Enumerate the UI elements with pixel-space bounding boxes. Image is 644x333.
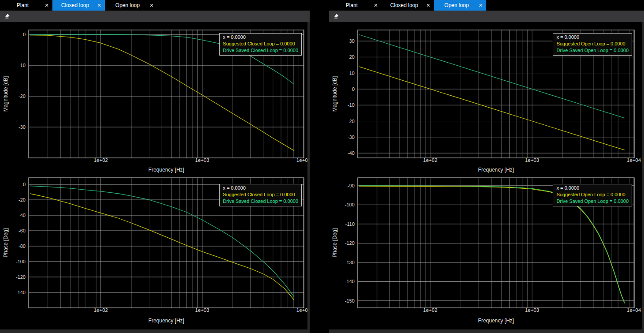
svg-text:Frequency [Hz]: Frequency [Hz] [478, 167, 514, 173]
svg-text:0: 0 [23, 182, 26, 187]
legend-cursor-x: x = 0.0000 [223, 185, 298, 191]
svg-text:-30: -30 [348, 135, 355, 140]
svg-text:-130: -130 [345, 260, 355, 265]
cursor-legend: x = 0.0000Suggested Closed Loop = 0.0000… [219, 33, 302, 56]
svg-text:Phase [Deg]: Phase [Deg] [332, 228, 338, 257]
tab-bar: Plant✕Closed loop✕Open loop✕ [329, 0, 644, 11]
legend-entry: Drive Saved Open Loop = 0.0000 [556, 47, 629, 54]
chart-area: 0-10-20-301e+021e+031e+04Frequency [Hz]M… [0, 0, 310, 333]
svg-text:0: 0 [352, 86, 355, 92]
tab-label: Closed loop [381, 2, 422, 8]
tab-bar: Plant✕Closed loop✕Open loop✕ [0, 0, 310, 11]
svg-text:1e+03: 1e+03 [525, 307, 539, 313]
status-bar [0, 329, 310, 333]
magnitude-chart[interactable]: 3020100-10-20-30-401e+021e+031e+04Freque… [329, 22, 644, 176]
svg-text:1e+02: 1e+02 [94, 157, 108, 163]
phase-chart[interactable]: -90-100-110-120-130-140-1501e+021e+031e+… [329, 176, 644, 329]
svg-text:-110: -110 [345, 221, 355, 227]
legend-cursor-x: x = 0.0000 [556, 185, 629, 191]
window-edge [307, 0, 310, 333]
svg-text:-10: -10 [348, 102, 355, 108]
svg-text:-150: -150 [345, 298, 355, 303]
svg-text:1e+04: 1e+04 [627, 157, 641, 163]
close-icon[interactable]: ✕ [370, 3, 381, 8]
legend-entry: Drive Saved Closed Loop = 0.0000 [223, 47, 298, 54]
svg-text:-20: -20 [19, 197, 26, 202]
legend-entry: Suggested Open Loop = 0.0000 [556, 191, 629, 198]
svg-text:1e+02: 1e+02 [94, 307, 108, 313]
svg-text:-20: -20 [19, 94, 26, 99]
svg-text:10: 10 [349, 71, 355, 76]
svg-text:Frequency [Hz]: Frequency [Hz] [148, 167, 184, 173]
open-loop-window: Plant✕Closed loop✕Open loop✕ 3020100-10-… [329, 0, 644, 333]
close-icon[interactable]: ✕ [475, 3, 486, 8]
svg-text:-10: -10 [19, 63, 26, 68]
svg-text:-140: -140 [16, 290, 26, 295]
svg-text:-20: -20 [348, 119, 355, 124]
cursor-legend: x = 0.0000Suggested Open Loop = 0.0000Dr… [553, 184, 632, 206]
tab-open-loop[interactable]: Open loop✕ [434, 0, 486, 11]
tab-label: Open loop [105, 2, 146, 8]
phase-chart[interactable]: 0-20-40-60-80-100-120-1401e+021e+031e+04… [0, 176, 310, 329]
tab-label: Plant [0, 2, 41, 8]
cursor-legend: x = 0.0000Suggested Closed Loop = 0.0000… [219, 184, 302, 206]
svg-text:Magnitude [dB]: Magnitude [dB] [332, 76, 338, 112]
tab-closed-loop[interactable]: Closed loop✕ [381, 0, 434, 11]
svg-text:-120: -120 [345, 240, 355, 246]
svg-text:1e+04: 1e+04 [627, 307, 641, 313]
svg-text:1e+02: 1e+02 [423, 307, 437, 313]
svg-text:Frequency [Hz]: Frequency [Hz] [148, 318, 184, 324]
legend-entry: Drive Saved Closed Loop = 0.0000 [223, 198, 298, 205]
svg-text:-40: -40 [348, 150, 355, 156]
svg-text:30: 30 [349, 38, 355, 44]
legend-entry: Suggested Closed Loop = 0.0000 [223, 41, 298, 47]
tab-label: Open loop [434, 2, 475, 8]
close-icon[interactable]: ✕ [422, 3, 434, 8]
svg-text:1e+03: 1e+03 [525, 157, 539, 163]
tab-plant[interactable]: Plant✕ [0, 0, 52, 11]
closed-loop-window: Plant✕Closed loop✕Open loop✕ 0-10-20-301… [0, 0, 310, 333]
svg-text:Frequency [Hz]: Frequency [Hz] [478, 318, 514, 324]
close-icon[interactable]: ✕ [41, 3, 52, 8]
magnitude-chart[interactable]: 0-10-20-301e+021e+031e+04Frequency [Hz]M… [0, 22, 310, 176]
tab-closed-loop[interactable]: Closed loop✕ [52, 0, 105, 11]
legend-entry: Drive Saved Open Loop = 0.0000 [556, 198, 629, 205]
tab-label: Plant [329, 2, 370, 8]
window-edge [642, 0, 644, 333]
legend-entry: Suggested Open Loop = 0.0000 [556, 41, 629, 47]
close-icon[interactable]: ✕ [146, 3, 157, 8]
legend-cursor-x: x = 0.0000 [556, 34, 629, 41]
svg-text:0: 0 [23, 32, 26, 37]
svg-text:1e+02: 1e+02 [423, 157, 437, 163]
toolbar [329, 11, 644, 22]
svg-text:-100: -100 [16, 259, 26, 264]
chart-area: 3020100-10-20-30-401e+021e+031e+04Freque… [329, 0, 644, 333]
cursor-legend: x = 0.0000Suggested Open Loop = 0.0000Dr… [553, 33, 632, 56]
tab-plant[interactable]: Plant✕ [329, 0, 381, 11]
svg-text:-80: -80 [19, 243, 26, 249]
eraser-icon[interactable] [4, 12, 11, 21]
svg-text:-60: -60 [19, 228, 26, 233]
legend-cursor-x: x = 0.0000 [223, 34, 298, 41]
svg-text:Phase [Deg]: Phase [Deg] [3, 228, 9, 257]
svg-text:-120: -120 [16, 274, 26, 280]
svg-text:-100: -100 [345, 202, 355, 207]
svg-text:-140: -140 [345, 279, 355, 284]
svg-text:Magnitude [dB]: Magnitude [dB] [3, 76, 9, 112]
eraser-icon[interactable] [333, 12, 340, 21]
svg-text:20: 20 [349, 54, 355, 60]
svg-text:-90: -90 [348, 183, 355, 188]
svg-text:-40: -40 [19, 213, 26, 218]
svg-text:-30: -30 [19, 124, 26, 130]
svg-text:1e+03: 1e+03 [195, 157, 209, 163]
close-icon[interactable]: ✕ [93, 3, 105, 8]
svg-text:1e+03: 1e+03 [195, 307, 209, 313]
status-bar [329, 329, 644, 333]
tab-open-loop[interactable]: Open loop✕ [105, 0, 157, 11]
toolbar [0, 11, 310, 22]
legend-entry: Suggested Closed Loop = 0.0000 [223, 191, 298, 198]
tab-label: Closed loop [52, 2, 93, 8]
